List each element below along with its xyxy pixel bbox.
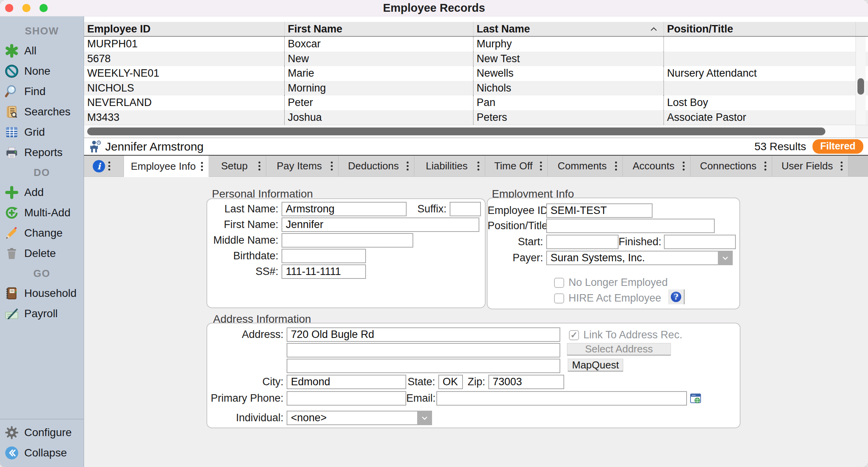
tab-comments[interactable]: Comments <box>548 156 623 176</box>
tab-menu-dots[interactable] <box>683 162 685 163</box>
table-body: MURPH01 Boxcar Murphy 5678 New New Test <box>84 37 868 125</box>
sidebar-item-collapse[interactable]: Collapse <box>0 443 84 463</box>
chevron-down-icon <box>718 251 733 265</box>
table-row[interactable]: MURPH01 Boxcar Murphy <box>84 37 868 52</box>
table-row[interactable]: 5678 New New Test <box>84 52 868 66</box>
table-row[interactable]: NEVERLAND Peter Pan Lost Boy <box>84 95 868 110</box>
address-line3-field[interactable] <box>287 359 560 373</box>
sidebar-item-delete[interactable]: Delete <box>0 243 84 264</box>
column-header-employee-id[interactable]: Employee ID <box>84 22 284 36</box>
employee-id-label: Employee ID: <box>488 205 546 217</box>
vertical-scrollbar-thumb[interactable] <box>857 78 864 95</box>
filtered-badge[interactable]: Filtered <box>812 139 863 154</box>
sidebar-item-payroll[interactable]: Payroll <box>0 304 84 324</box>
grid-icon <box>2 125 22 140</box>
sidebar-item-label: Searches <box>24 106 70 118</box>
tab-menu-dots[interactable] <box>841 162 843 163</box>
employee-id-field[interactable]: SEMI-TEST <box>546 203 653 218</box>
tab-menu-dots[interactable] <box>477 162 479 163</box>
column-header-position-title[interactable]: Position/Title <box>664 22 855 36</box>
sidebar-item-all[interactable]: All <box>0 41 84 61</box>
svg-text:?: ? <box>674 292 678 302</box>
sidebar-item-searches[interactable]: Searches <box>0 102 84 122</box>
mapquest-button[interactable]: MapQuest <box>568 359 623 372</box>
cell-employee-id: MURPH01 <box>84 37 284 52</box>
asterisk-icon <box>2 43 22 58</box>
vertical-scrollbar[interactable] <box>855 37 866 125</box>
tab-liabilities[interactable]: Liabilities <box>414 156 485 176</box>
results-table: Employee ID First Name Last Name Positio… <box>84 16 868 138</box>
address-line1-field[interactable]: 720 Old Bugle Rd <box>287 327 560 342</box>
tab-setup[interactable]: Setup <box>209 156 266 176</box>
tab-user-fields[interactable]: User Fields <box>772 156 848 176</box>
tab-menu-dots[interactable] <box>108 162 110 163</box>
select-address-button[interactable]: Select Address <box>567 343 671 356</box>
payer-dropdown[interactable]: Suran Systems, Inc. <box>546 251 733 265</box>
finished-label: Finished: <box>619 236 664 248</box>
tab-menu-dots[interactable] <box>615 162 617 163</box>
help-button[interactable]: ? <box>668 289 685 304</box>
state-label: State: <box>406 376 438 388</box>
sort-ascending-icon <box>650 27 657 31</box>
tab-pay-items[interactable]: Pay Items <box>266 156 339 176</box>
tab-record-info[interactable]: i <box>84 156 124 176</box>
link-to-address-checkbox[interactable]: ✓ <box>569 330 579 340</box>
ssn-field[interactable]: 111-11-1111 <box>282 264 366 279</box>
question-mark-icon: ? <box>670 291 682 303</box>
zip-field[interactable]: 73003 <box>488 375 564 389</box>
table-row[interactable]: NICHOLS Morning Nichols <box>84 81 868 96</box>
table-row[interactable]: WEEKLY-NE01 Marie Newells Nursery Attend… <box>84 66 868 81</box>
tab-accounts[interactable]: Accounts <box>623 156 690 176</box>
employment-info-panel: Employee ID: SEMI-TEST Position/Title: S… <box>487 198 740 309</box>
finished-field[interactable] <box>664 235 736 249</box>
tab-menu-dots[interactable] <box>407 162 409 163</box>
first-name-field[interactable]: Jennifer <box>282 217 479 232</box>
sidebar-item-find[interactable]: Find <box>0 81 84 102</box>
column-header-last-name[interactable]: Last Name <box>473 22 664 36</box>
start-field[interactable] <box>546 235 619 249</box>
sidebar-item-reports[interactable]: Reports <box>0 142 84 163</box>
horizontal-scrollbar-thumb[interactable] <box>87 128 825 135</box>
email-field[interactable] <box>436 391 687 406</box>
ssn-label: SS#: <box>207 266 282 278</box>
cell-position <box>664 81 855 96</box>
tab-menu-dots[interactable] <box>764 162 766 163</box>
hire-act-checkbox[interactable] <box>554 293 564 304</box>
no-longer-employed-label: No Longer Employed <box>569 277 668 289</box>
primary-phone-field[interactable] <box>287 391 406 406</box>
printer-icon <box>2 145 22 160</box>
tab-menu-dots[interactable] <box>540 162 542 163</box>
middle-name-field[interactable] <box>282 233 413 248</box>
header-scroll-corner <box>855 22 868 36</box>
sidebar-item-add[interactable]: Add <box>0 182 84 203</box>
sidebar-item-household[interactable]: Household <box>0 283 84 304</box>
tab-time-off[interactable]: Time Off <box>485 156 548 176</box>
city-field[interactable]: Edmond <box>287 375 406 389</box>
app-window: Employee Records SHOW All None <box>0 0 868 467</box>
birthdate-field[interactable] <box>282 249 366 263</box>
address-line2-field[interactable] <box>287 343 560 357</box>
last-name-label: Last Name: <box>207 203 282 215</box>
last-name-field[interactable]: Armstrong <box>282 202 407 216</box>
tab-menu-dots[interactable] <box>331 162 333 163</box>
sidebar-item-configure[interactable]: Configure <box>0 422 84 443</box>
horizontal-scrollbar[interactable] <box>84 125 868 138</box>
individual-dropdown[interactable]: <none> <box>287 411 432 425</box>
cell-last-name: Murphy <box>473 37 664 52</box>
tab-menu-dots[interactable] <box>258 162 260 163</box>
state-field[interactable]: OK <box>438 375 463 389</box>
tab-deductions[interactable]: Deductions <box>339 156 414 176</box>
tab-employee-info[interactable]: Employee Info <box>124 156 209 177</box>
position-title-field[interactable] <box>546 219 715 233</box>
sidebar-item-grid[interactable]: Grid <box>0 122 84 142</box>
sidebar-item-multi-add[interactable]: Multi-Add <box>0 203 84 223</box>
table-row[interactable]: M3433 Joshua Peters Associate Pastor <box>84 110 868 125</box>
tab-connections[interactable]: Connections <box>690 156 772 176</box>
tab-menu-dots[interactable] <box>201 162 203 164</box>
email-web-icon[interactable] <box>690 393 701 404</box>
suffix-field[interactable] <box>450 202 481 216</box>
column-header-first-name[interactable]: First Name <box>284 22 473 36</box>
sidebar-item-change[interactable]: Change <box>0 223 84 243</box>
no-longer-employed-checkbox[interactable] <box>554 278 564 288</box>
sidebar-item-none[interactable]: None <box>0 61 84 81</box>
